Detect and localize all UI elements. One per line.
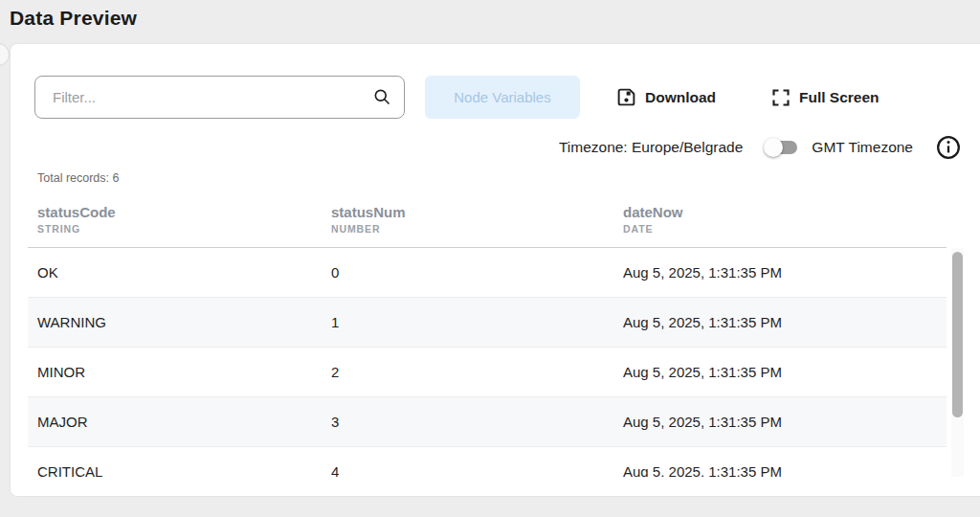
timezone-row: Timezone: Europe/Belgrade GMT Timezone [559,133,961,162]
cell-statusCode: OK [37,264,331,281]
table-row: OK0Aug 5, 2025, 1:31:35 PM [28,248,947,298]
fullscreen-icon [771,88,791,107]
cell-dateNow: Aug 5, 2025, 1:31:35 PM [623,463,947,477]
cell-statusNum: 3 [331,414,623,430]
column-type: NUMBER [331,223,623,235]
cell-dateNow: Aug 5, 2025, 1:31:35 PM [623,364,947,380]
save-icon [616,87,636,107]
cell-statusNum: 2 [331,364,623,380]
timezone-label: Timezone: Europe/Belgrade [559,139,743,156]
column-name: dateNow [623,204,947,220]
cell-dateNow: Aug 5, 2025, 1:31:35 PM [623,264,947,281]
download-button[interactable]: Download [616,76,716,119]
search-icon [372,87,391,106]
fullscreen-button[interactable]: Full Screen [771,76,880,119]
filter-input[interactable] [34,76,405,119]
node-variables-button[interactable]: Node Variables [425,76,580,119]
gmt-timezone-label: GMT Timezone [812,139,913,156]
table-row: MINOR2Aug 5, 2025, 1:31:35 PM [28,348,947,397]
column-header-dateNow: dateNowDATE [623,204,947,235]
table-row: WARNING1Aug 5, 2025, 1:31:35 PM [28,298,947,348]
column-name: statusCode [37,204,331,220]
cell-statusCode: MINOR [37,364,331,380]
table-header-row: statusCodeSTRINGstatusNumNUMBERdateNowDA… [37,204,947,235]
cell-statusNum: 1 [331,314,623,330]
page-title: Data Preview [10,7,137,30]
info-icon[interactable] [936,135,961,160]
cell-dateNow: Aug 5, 2025, 1:31:35 PM [623,314,947,330]
cell-statusNum: 4 [331,463,623,477]
filter-field-wrap [34,76,405,119]
column-header-statusNum: statusNumNUMBER [331,204,623,235]
table-row: MAJOR3Aug 5, 2025, 1:31:35 PM [28,397,947,447]
table-row: CRITICAL4Aug 5, 2025, 1:31:35 PM [28,447,947,477]
scrollbar-thumb[interactable] [952,252,963,417]
edge-collapse-handle[interactable] [0,43,10,66]
table-body: OK0Aug 5, 2025, 1:31:35 PMWARNING1Aug 5,… [28,248,947,477]
column-type: DATE [623,223,947,235]
total-records: Total records: 6 [37,171,119,185]
gmt-timezone-toggle[interactable] [764,137,799,158]
cell-statusNum: 0 [331,264,623,281]
data-preview-card: Node Variables Download Full Screen Time… [10,43,980,497]
fullscreen-label: Full Screen [799,89,880,106]
cell-statusCode: CRITICAL [37,463,331,477]
toggle-knob [764,138,783,157]
table-scrollbar[interactable] [951,248,964,477]
cell-statusCode: MAJOR [37,414,331,430]
column-name: statusNum [331,204,623,220]
download-label: Download [645,89,716,106]
cell-statusCode: WARNING [37,314,331,330]
column-type: STRING [37,223,331,235]
column-header-statusCode: statusCodeSTRING [37,204,331,235]
cell-dateNow: Aug 5, 2025, 1:31:35 PM [623,414,947,430]
